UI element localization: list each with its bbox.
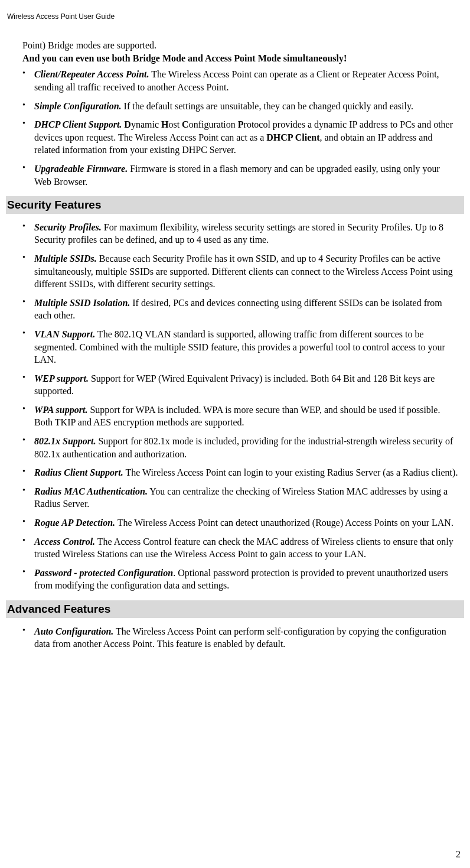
feature-title: Radius Client Support. (34, 467, 123, 477)
list-item: Radius MAC Authentication. You can centr… (34, 485, 458, 511)
feature-body: The Wireless Access Point can login to y… (123, 467, 458, 477)
top-feature-list: Client/Repeater Access Point. The Wirele… (34, 68, 458, 188)
feature-title: WPA support. (34, 405, 87, 415)
list-item: Auto Configuration. The Wireless Access … (34, 625, 458, 651)
list-item: DHCP Client Support. Dynamic Host Config… (34, 118, 458, 157)
feature-title: Rogue AP Detection. (34, 518, 115, 528)
feature-title: Radius MAC Authentication. (34, 486, 148, 496)
list-item: Simple Configuration. If the default set… (34, 100, 458, 113)
prev-line-1: Point) Bridge modes are supported. (22, 40, 156, 50)
list-item: Upgradeable Firmware. Firmware is stored… (34, 162, 458, 188)
feature-body: Support for WPA is included. WPA is more… (34, 405, 440, 428)
feature-title: VLAN Support. (34, 329, 95, 339)
feature-title: Security Profiles. (34, 222, 102, 232)
list-item: Access Control. The Access Control featu… (34, 535, 458, 561)
feature-title: DHCP Client Support. (34, 119, 122, 129)
list-item: Multiple SSIDs. Because each Security Pr… (34, 252, 458, 291)
list-item: Rogue AP Detection. The Wireless Access … (34, 516, 458, 529)
feature-body: Because each Security Profile has it own… (34, 253, 453, 289)
feature-title: 802.1x Support. (34, 436, 96, 446)
feature-body: Support for 802.1x mode is included, pro… (34, 436, 453, 459)
list-item: WEP support. Support for WEP (Wired Equi… (34, 372, 458, 398)
list-item: Multiple SSID Isolation. If desired, PCs… (34, 297, 458, 322)
list-item: Password - protected Configuration. Opti… (34, 567, 458, 592)
feature-title: Access Control. (34, 537, 95, 547)
feature-title: Simple Configuration. (34, 101, 122, 111)
feature-body: The Access Control feature can check the… (34, 537, 453, 560)
list-item: Security Profiles. For maximum flexibili… (34, 221, 458, 246)
feature-title: Upgradeable Firmware. (34, 164, 128, 174)
prev-line-2: And you can even use both Bridge Mode an… (22, 53, 347, 63)
list-item: 802.1x Support. Support for 802.1x mode … (34, 435, 458, 460)
page-header: Wireless Access Point User Guide (6, 12, 464, 21)
list-item: VLAN Support. The 802.1Q VLAN standard i… (34, 328, 458, 366)
feature-body: The 802.1Q VLAN standard is supported, a… (34, 329, 445, 365)
list-item: WPA support. Support for WPA is included… (34, 404, 458, 429)
continued-paragraph: Point) Bridge modes are supported. And y… (22, 39, 458, 64)
feature-body: The Wireless Access Point can detect una… (115, 518, 453, 528)
advanced-feature-list: Auto Configuration. The Wireless Access … (34, 625, 458, 651)
section-heading-advanced: Advanced Features (6, 600, 464, 618)
feature-title: Multiple SSIDs. (34, 253, 97, 264)
feature-title: WEP support. (34, 373, 89, 383)
list-item: Radius Client Support. The Wireless Acce… (34, 466, 458, 479)
feature-body: Support for WEP (Wired Equivalent Privac… (34, 373, 435, 396)
feature-title: Password - protected Configuration (34, 568, 173, 578)
feature-title: Auto Configuration. (34, 626, 113, 636)
feature-title: Multiple SSID Isolation. (34, 298, 130, 308)
security-feature-list: Security Profiles. For maximum flexibili… (34, 221, 458, 592)
section-heading-security: Security Features (6, 196, 464, 214)
list-item: Client/Repeater Access Point. The Wirele… (34, 68, 458, 93)
page-content: Point) Bridge modes are supported. And y… (6, 39, 464, 651)
feature-title: Client/Repeater Access Point. (34, 69, 149, 79)
page-number: 2 (456, 848, 461, 861)
feature-body: If the default settings are unsuitable, … (122, 101, 413, 111)
